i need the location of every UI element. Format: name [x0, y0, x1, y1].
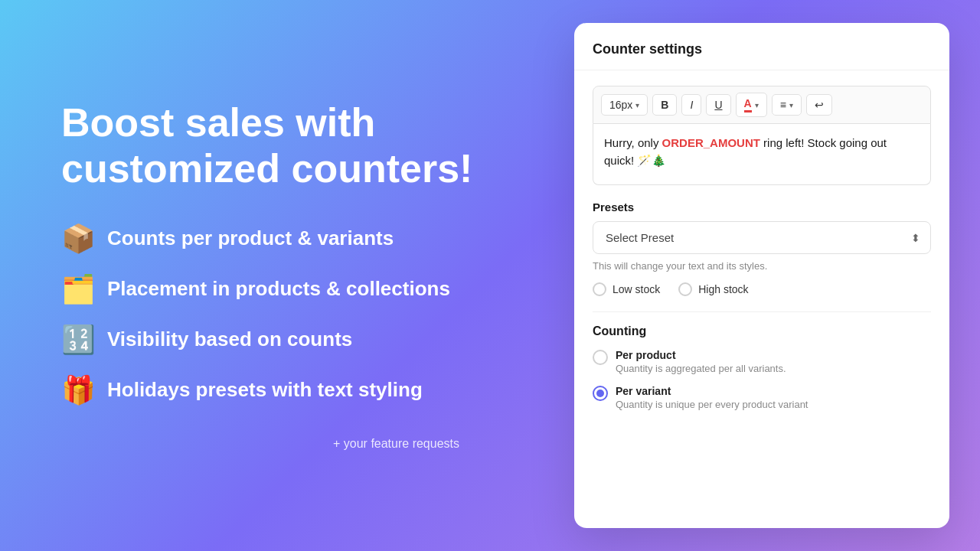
feature-text-3: Visibility based on counts	[107, 328, 352, 351]
counter-settings-header: Counter settings	[574, 23, 949, 70]
feature-item-2: 🗂️ Placement in products & collections	[61, 273, 475, 305]
feature-emoji-1: 📦	[61, 223, 95, 255]
feature-item-1: 📦 Counts per product & variants	[61, 223, 475, 255]
counting-option-per-variant[interactable]: Per variant Quantity is unique per every…	[593, 385, 931, 410]
main-title: Boost sales with customized counters!	[61, 100, 475, 192]
feature-requests: + your feature requests	[61, 437, 475, 451]
font-color-chevron-icon: ▾	[755, 101, 759, 109]
text-editor-area[interactable]: Hurry, only ORDER_AMOUNT ring left! Stoc…	[593, 124, 931, 185]
counting-option-per-product[interactable]: Per product Quantity is aggregated per a…	[593, 349, 931, 374]
radio-high-stock-circle	[678, 282, 692, 296]
presets-label: Presets	[593, 201, 931, 214]
preset-select-wrapper[interactable]: Select Preset Low stock High stock ⬍	[593, 221, 931, 254]
feature-text-1: Counts per product & variants	[107, 227, 394, 250]
left-panel: Boost sales with customized counters! 📦 …	[0, 0, 521, 551]
align-button[interactable]: ≡ ▾	[772, 94, 802, 116]
features-list: 📦 Counts per product & variants 🗂️ Place…	[61, 223, 475, 406]
editor-text-before: Hurry, only	[604, 136, 662, 149]
feature-emoji-2: 🗂️	[61, 273, 95, 305]
radio-per-product-circle	[593, 350, 608, 365]
align-chevron-icon: ▾	[789, 101, 793, 109]
counting-per-variant-label: Per variant	[616, 385, 808, 397]
font-size-chevron-icon: ▾	[635, 101, 639, 109]
radio-high-stock-label: High stock	[698, 283, 748, 295]
feature-emoji-4: 🎁	[61, 374, 95, 406]
preset-radio-group: Low stock High stock	[593, 282, 931, 296]
feature-item-4: 🎁 Holidays presets with text styling	[61, 374, 475, 406]
preset-hint: This will change your text and its style…	[593, 260, 931, 272]
undo-button[interactable]: ↩	[806, 94, 832, 116]
preset-select[interactable]: Select Preset Low stock High stock	[593, 221, 931, 254]
counting-per-variant-text: Per variant Quantity is unique per every…	[616, 385, 808, 410]
counting-section-title: Counting	[593, 324, 931, 338]
text-editor-toolbar: 16px ▾ B I U A ▾ ≡ ▾ ↩	[593, 86, 931, 124]
radio-per-variant-circle	[593, 386, 608, 401]
right-panel: Counter settings 16px ▾ B I U A ▾ ≡ ▾ ↩ …	[574, 23, 949, 528]
font-size-button[interactable]: 16px ▾	[601, 94, 648, 116]
feature-emoji-3: 🔢	[61, 324, 95, 356]
feature-text-2: Placement in products & collections	[107, 277, 450, 301]
radio-low-stock-circle	[593, 282, 606, 296]
align-icon: ≡	[780, 99, 786, 111]
counting-per-variant-desc: Quantity is unique per every product var…	[616, 399, 808, 410]
italic-button[interactable]: I	[681, 94, 701, 116]
counting-per-product-text: Per product Quantity is aggregated per a…	[616, 349, 786, 374]
bold-button[interactable]: B	[652, 94, 677, 116]
counting-per-product-desc: Quantity is aggregated per all variants.	[616, 363, 786, 374]
preset-radio-high-stock[interactable]: High stock	[678, 282, 748, 296]
underline-button[interactable]: U	[706, 94, 730, 116]
font-color-button[interactable]: A ▾	[736, 93, 767, 117]
counting-per-product-label: Per product	[616, 349, 786, 361]
feature-item-3: 🔢 Visibility based on counts	[61, 324, 475, 356]
section-divider	[593, 311, 931, 312]
radio-low-stock-label: Low stock	[612, 283, 660, 295]
feature-text-4: Holidays presets with text styling	[107, 378, 423, 402]
settings-body: 16px ▾ B I U A ▾ ≡ ▾ ↩ Hurry, only ORDER…	[574, 70, 949, 528]
font-size-value: 16px	[609, 99, 632, 111]
preset-radio-low-stock[interactable]: Low stock	[593, 282, 660, 296]
font-color-label: A	[744, 97, 752, 112]
editor-highlight: ORDER_AMOUNT	[662, 136, 760, 149]
